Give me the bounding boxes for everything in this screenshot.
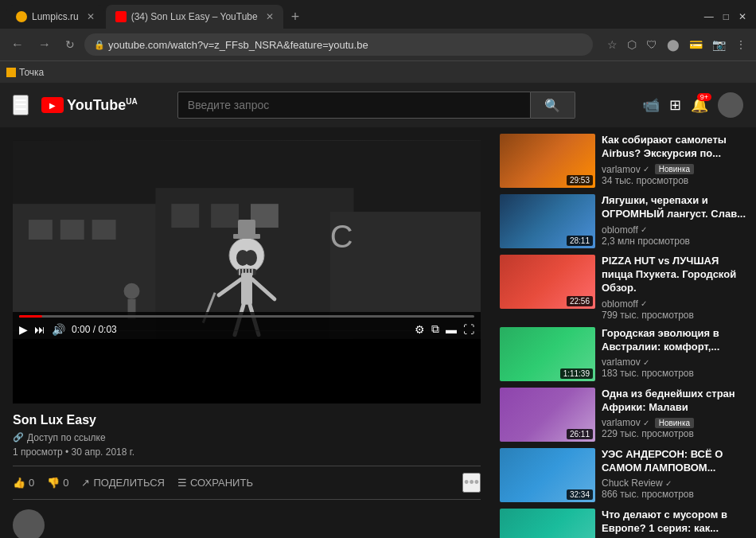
sidebar-item[interactable]: 26:11 Одна из беднейших стран Африки: Ма… (500, 388, 750, 442)
svg-rect-21 (241, 273, 252, 305)
sidebar-item-title: Городская эволюция в Австралии: комфорт,… (602, 327, 750, 354)
sidebar-item-views: 2,3 млн просмотров (602, 236, 750, 247)
back-button[interactable]: ← (6, 34, 29, 55)
link-icon: 🔗 (13, 432, 24, 442)
settings-button[interactable]: ⚙ (415, 323, 425, 336)
search-bar: 🔍 (177, 92, 575, 119)
video-progress-fill (19, 315, 42, 318)
sidebar-item-views: 799 тыс. просмотров (602, 310, 750, 321)
minimize-button[interactable]: — (704, 11, 714, 22)
video-duration: 26:11 (567, 429, 593, 439)
miniplayer-button[interactable]: ⧉ (431, 322, 439, 336)
new-badge: Новинка (655, 164, 694, 174)
youtube-logo-text: YouTubeUA (67, 97, 138, 114)
verified-icon: ✓ (643, 358, 649, 367)
shield-icon[interactable]: 🛡 (643, 35, 661, 54)
wallet-icon[interactable]: 💳 (686, 35, 706, 54)
search-button[interactable]: 🔍 (531, 92, 575, 119)
share-button[interactable]: ↗ ПОДЕЛИТЬСЯ (81, 477, 164, 489)
sidebar-item-title: УЭС АНДЕРСОН: ВСЁ О САМОМ ЛАМПОВОМ... (602, 448, 750, 475)
opera-icon[interactable]: ⬡ (624, 35, 640, 54)
sidebar-item[interactable]: 22:56 PIZZA HUT vs ЛУЧШАЯ пицца Пхукета.… (500, 255, 750, 321)
sidebar-item-title: Лягушки, черепахи и ОГРОМНЫЙ лангуст. Сл… (602, 194, 750, 221)
sidebar: 29:53 Как собирают самолеты Airbus? Экск… (493, 127, 756, 538)
add-tab-button[interactable]: + (291, 9, 300, 25)
sidebar-item-info: Городская эволюция в Австралии: комфорт,… (602, 327, 750, 381)
sidebar-item[interactable]: 29:53 Как собирают самолеты Airbus? Экск… (500, 134, 750, 188)
fullscreen-button[interactable]: ⛶ (463, 323, 474, 336)
video-duration: 32:34 (567, 489, 593, 500)
svg-rect-4 (29, 220, 53, 240)
notification-badge: 9+ (697, 93, 711, 101)
user-avatar[interactable] (718, 92, 743, 118)
sidebar-item[interactable]: 1:11:39 Городская эволюция в Австралии: … (500, 327, 750, 381)
sidebar-item[interactable]: 50:21 Что делают с мусором в Европе? 1 с… (500, 509, 750, 538)
thumbs-down-icon: 👎 (47, 477, 60, 489)
video-progress-bar[interactable] (19, 315, 474, 318)
forward-button[interactable]: → (33, 34, 56, 55)
sidebar-thumbnail: 29:53 (500, 134, 595, 188)
snapshot-icon[interactable]: 📷 (709, 35, 729, 54)
like-button[interactable]: 👍 0 (13, 477, 34, 489)
youtube-logo[interactable]: YouTubeUA (41, 97, 138, 114)
video-section: C ▶ ⏭ 🔊 0:00 / 0: (0, 127, 493, 538)
video-duration: 1:11:39 (560, 368, 593, 379)
vpn-icon[interactable]: ⬤ (664, 35, 683, 54)
close-button[interactable]: ✕ (738, 11, 746, 22)
sidebar-item-channel: varlamov ✓ Новинка (602, 417, 750, 428)
tab-lumpics-close[interactable]: ✕ (87, 11, 95, 22)
notifications-icon[interactable]: 🔔 9+ (691, 96, 708, 114)
svg-rect-6 (92, 220, 116, 240)
tab-youtube-close[interactable]: ✕ (266, 11, 274, 22)
sidebar-item[interactable]: 28:11 Лягушки, черепахи и ОГРОМНЫЙ лангу… (500, 194, 750, 248)
menu-icon[interactable]: ⋮ (732, 35, 750, 54)
volume-button[interactable]: 🔊 (52, 323, 65, 336)
video-title: Son Lux Easy (13, 413, 481, 427)
video-player[interactable]: C ▶ ⏭ 🔊 0:00 / 0: (13, 140, 481, 404)
sidebar-item-title: Как собирают самолеты Airbus? Экскурсия … (602, 134, 750, 161)
sidebar-item[interactable]: 32:34 УЭС АНДЕРСОН: ВСЁ О САМОМ ЛАМПОВОМ… (500, 448, 750, 502)
more-actions-button[interactable]: ••• (462, 473, 481, 493)
nav-bar: ← → ↻ 🔒 youtube.com/watch?v=z_FFsb_NSRA&… (0, 29, 756, 60)
video-info: Son Lux Easy 🔗 Доступ по ссылке 1 просмо… (13, 413, 481, 538)
verified-icon: ✓ (643, 419, 649, 427)
svg-rect-5 (60, 220, 84, 240)
sidebar-item-title: Что делают с мусором в Европе? 1 серия: … (602, 509, 750, 536)
verified-icon: ✓ (641, 225, 647, 234)
save-icon: ☰ (177, 477, 187, 489)
star-icon[interactable]: ☆ (604, 35, 621, 54)
search-input[interactable] (177, 92, 531, 119)
video-stats: 1 просмотр • 30 апр. 2018 г. (13, 446, 481, 458)
dislike-button[interactable]: 👎 0 (47, 477, 68, 489)
lumpics-favicon (16, 11, 27, 22)
sidebar-thumbnail: 1:11:39 (500, 327, 595, 381)
maximize-button[interactable]: □ (723, 11, 729, 22)
sidebar-item-channel: oblomoff ✓ (602, 298, 750, 310)
bookmark-label: Точка (19, 67, 44, 78)
save-button[interactable]: ☰ СОХРАНИТЬ (177, 477, 253, 489)
tab-lumpics[interactable]: Lumpics.ru ✕ (6, 5, 104, 29)
sidebar-item-channel: oblomoff ✓ (602, 224, 750, 236)
address-bar[interactable]: 🔒 youtube.com/watch?v=z_FFsb_NSRA&featur… (84, 33, 593, 56)
upload-icon[interactable]: 📹 (642, 96, 660, 114)
video-duration: 29:53 (567, 175, 593, 185)
youtube-ua-badge: UA (126, 97, 137, 106)
hamburger-menu-button[interactable]: ☰ (13, 95, 29, 115)
video-access: 🔗 Доступ по ссылке (13, 432, 481, 443)
sidebar-item-views: 34 тыс. просмотров (602, 175, 750, 186)
window-controls: — □ ✕ (704, 11, 756, 22)
theater-button[interactable]: ▬ (446, 323, 457, 336)
next-button[interactable]: ⏭ (34, 323, 45, 336)
youtube-favicon (115, 11, 127, 22)
bookmark-bar: Точка (0, 60, 756, 83)
sidebar-thumbnail: 32:34 (500, 448, 595, 502)
tab-youtube[interactable]: (34) Son Lux Easy – YouTube ✕ (106, 5, 283, 29)
sidebar-item-title: Одна из беднейших стран Африки: Малави (602, 388, 750, 415)
apps-icon[interactable]: ⊞ (669, 96, 681, 114)
sidebar-item-info: УЭС АНДЕРСОН: ВСЁ О САМОМ ЛАМПОВОМ... Ch… (602, 448, 750, 502)
refresh-button[interactable]: ↻ (60, 35, 80, 54)
bookmark-tochka[interactable]: Точка (6, 67, 44, 78)
play-button[interactable]: ▶ (19, 323, 28, 336)
svg-rect-7 (171, 204, 199, 228)
sidebar-item-info: Лягушки, черепахи и ОГРОМНЫЙ лангуст. Сл… (602, 194, 750, 248)
